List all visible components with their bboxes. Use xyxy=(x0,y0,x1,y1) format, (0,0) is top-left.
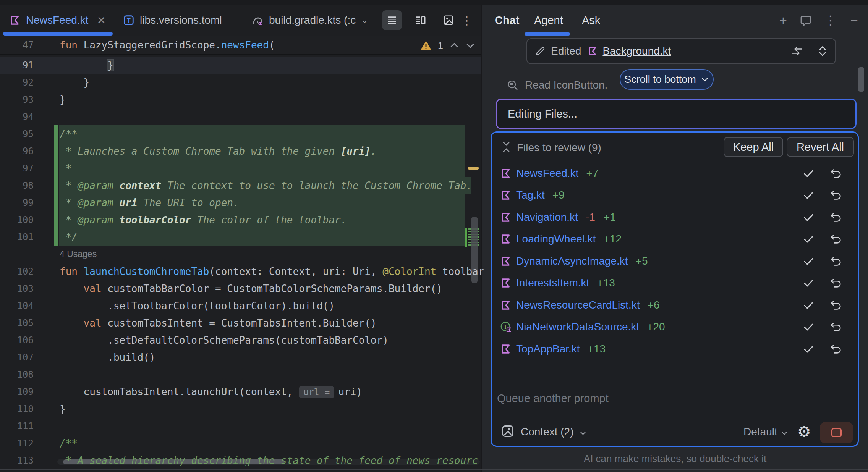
model-selector[interactable]: Default xyxy=(743,426,777,438)
edited-file-card[interactable]: Edited Background.kt xyxy=(526,38,836,64)
code-line-112[interactable]: 112/** xyxy=(0,435,481,452)
code-line-100[interactable]: 100 * @param toolbarColor The color of t… xyxy=(0,211,481,228)
file-link[interactable]: Tag.kt xyxy=(516,189,545,201)
split-view-icon[interactable] xyxy=(410,10,430,30)
chat-scrollbar[interactable] xyxy=(858,67,864,92)
code-line-102[interactable]: 102fun launchCustomChromeTab(context: Co… xyxy=(0,263,481,280)
more-options-icon[interactable]: ⋮ xyxy=(824,13,837,28)
scroll-to-bottom-button[interactable]: Scroll to bottom xyxy=(620,69,714,90)
list-view-icon[interactable] xyxy=(382,10,402,30)
next-warning-icon[interactable] xyxy=(465,40,475,50)
file-review-row[interactable]: Tag.kt+9 xyxy=(492,184,858,207)
more-options-icon[interactable]: ⋮ xyxy=(459,11,474,29)
file-link[interactable]: NewsResourceCardList.kt xyxy=(516,299,640,311)
keep-all-button[interactable]: Keep All xyxy=(724,137,783,157)
file-link[interactable]: LoadingWheel.kt xyxy=(516,233,596,245)
code-line-110[interactable]: 110} xyxy=(0,400,481,417)
context-selector[interactable]: Context (2) xyxy=(521,426,574,438)
diff-icon[interactable] xyxy=(790,44,804,58)
minimize-icon[interactable]: − xyxy=(847,13,861,28)
tab-build-gradle[interactable]: build.gradle.kts (:c ⌄ xyxy=(251,5,368,35)
code-line-104[interactable]: 104 .setToolbarColor(toolbarColor).build… xyxy=(0,297,481,314)
collapse-icon[interactable] xyxy=(500,140,512,154)
chevron-down-icon[interactable] xyxy=(780,429,789,437)
code-line-105[interactable]: 105 val customTabsIntent = CustomTabsInt… xyxy=(0,314,481,331)
accept-change-icon[interactable] xyxy=(803,343,815,355)
file-link[interactable]: NewsFeed.kt xyxy=(516,167,578,179)
code-line-106[interactable]: 106 .setDefaultColorSchemeParams(customT… xyxy=(0,331,481,349)
prompt-input[interactable]: Queue another prompt xyxy=(497,392,609,405)
prev-warning-icon[interactable] xyxy=(449,40,459,50)
accept-change-icon[interactable] xyxy=(803,211,815,223)
code-line-98[interactable]: 98 * @param context The context to use t… xyxy=(0,177,481,194)
file-link[interactable]: DynamicAsyncImage.kt xyxy=(516,255,628,267)
comment-icon[interactable] xyxy=(800,15,814,26)
code-line-111[interactable]: 111 xyxy=(0,417,481,435)
code-line-109[interactable]: 109 customTabsIntent.launchUrl(context, … xyxy=(0,383,481,400)
file-link[interactable]: TopAppBar.kt xyxy=(516,343,580,355)
tab-ask[interactable]: Ask xyxy=(582,5,600,35)
stop-button[interactable] xyxy=(820,422,853,443)
revert-change-icon[interactable] xyxy=(829,277,842,289)
code-line-96[interactable]: 96 * Launches a Custom Chrome Tab with t… xyxy=(0,142,481,160)
chevron-down-icon[interactable]: ⌄ xyxy=(361,15,368,25)
accept-change-icon[interactable] xyxy=(803,167,815,179)
attach-image-icon[interactable] xyxy=(501,424,515,438)
accept-change-icon[interactable] xyxy=(803,321,815,333)
revert-change-icon[interactable] xyxy=(829,343,842,355)
file-review-row[interactable]: Navigation.kt-1+1 xyxy=(492,206,858,228)
code-line-108[interactable]: 108 xyxy=(0,366,481,383)
revert-change-icon[interactable] xyxy=(829,299,842,311)
code-area[interactable]: 91 }92 }93}9495/**96 * Launches a Custom… xyxy=(0,57,481,469)
file-review-row[interactable]: LoadingWheel.kt+12 xyxy=(492,228,858,251)
separator xyxy=(492,376,858,376)
gear-icon[interactable]: ⚙ xyxy=(797,423,811,440)
code-line-103[interactable]: 103 val customTabBarColor = CustomTabCol… xyxy=(0,280,481,297)
sticky-line-47[interactable]: 47 fun LazyStaggeredGridScope.newsFeed( … xyxy=(0,36,481,55)
file-review-row[interactable]: NewsResourceCardList.kt+6 xyxy=(492,294,858,316)
revert-change-icon[interactable] xyxy=(829,255,842,267)
accept-change-icon[interactable] xyxy=(803,233,815,245)
usages-hint-row[interactable]: 4 Usages xyxy=(0,246,481,263)
file-review-row[interactable]: NewsFeed.kt+7 xyxy=(492,162,858,184)
expand-icon[interactable] xyxy=(817,45,828,58)
edited-file-link[interactable]: Background.kt xyxy=(602,45,671,57)
code-line-97[interactable]: 97 * xyxy=(0,160,481,177)
accept-change-icon[interactable] xyxy=(803,299,815,311)
code-line-95[interactable]: 95/** xyxy=(0,125,481,142)
code-line-94[interactable]: 94 xyxy=(0,108,481,125)
file-review-row[interactable]: TopAppBar.kt+13 xyxy=(492,338,858,360)
ide-window: NewsFeed.kt ✕ T libs.versions.toml build… xyxy=(0,0,868,472)
accept-change-icon[interactable] xyxy=(803,277,815,289)
removed-lines-count: -1 xyxy=(586,211,595,223)
file-link[interactable]: NiaNetworkDataSource.kt xyxy=(516,321,639,333)
read-file-row[interactable]: Read IconButton. xyxy=(507,73,607,98)
code-line-99[interactable]: 99 * @param uri The URI to open. xyxy=(0,194,481,211)
tab-newsfeed[interactable]: NewsFeed.kt ✕ xyxy=(9,5,106,35)
revert-all-button[interactable]: Revert All xyxy=(787,137,854,157)
file-review-row[interactable]: InterestsItem.kt+13 xyxy=(492,272,858,294)
code-line-92[interactable]: 92 } xyxy=(0,74,481,91)
revert-change-icon[interactable] xyxy=(829,211,842,223)
tab-libs-versions-toml[interactable]: T libs.versions.toml xyxy=(123,5,222,35)
revert-change-icon[interactable] xyxy=(829,233,842,245)
revert-change-icon[interactable] xyxy=(829,189,842,201)
file-review-row[interactable]: DynamicAsyncImage.kt+5 xyxy=(492,250,858,272)
tab-agent[interactable]: Agent xyxy=(534,5,563,35)
close-icon[interactable]: ✕ xyxy=(97,14,105,27)
code-line-113[interactable]: 113 * A sealed hierarchy describing the … xyxy=(0,452,481,469)
revert-change-icon[interactable] xyxy=(829,321,842,333)
accept-change-icon[interactable] xyxy=(803,255,815,267)
accept-change-icon[interactable] xyxy=(803,189,815,201)
tab-chat[interactable]: Chat xyxy=(495,5,519,35)
code-line-107[interactable]: 107 .build() xyxy=(0,349,481,366)
code-line-101[interactable]: 101 */ xyxy=(0,228,481,246)
chevron-down-icon[interactable] xyxy=(579,429,587,437)
code-line-91[interactable]: 91 } xyxy=(0,57,481,74)
add-icon[interactable]: + xyxy=(776,13,790,28)
file-review-row[interactable]: INiaNetworkDataSource.kt+20 xyxy=(492,316,858,338)
file-link[interactable]: InterestsItem.kt xyxy=(516,277,589,289)
revert-change-icon[interactable] xyxy=(829,167,842,179)
file-link[interactable]: Navigation.kt xyxy=(516,211,578,223)
code-line-93[interactable]: 93} xyxy=(0,91,481,108)
